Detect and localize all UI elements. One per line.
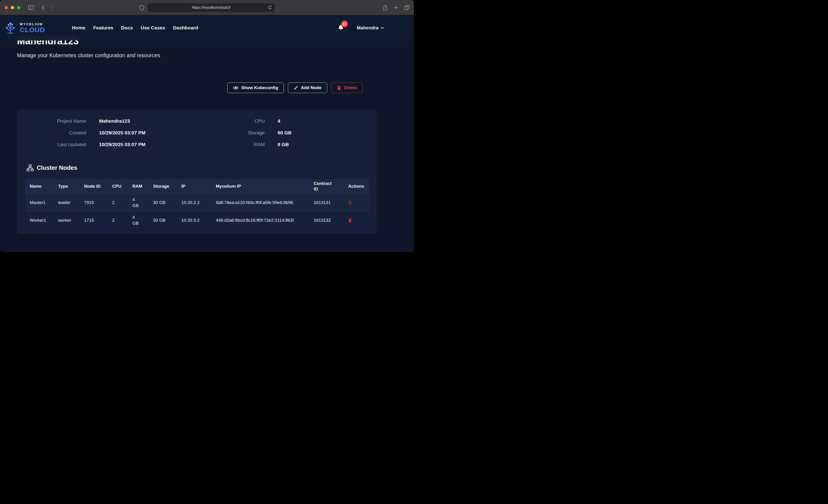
nav-link-use-cases[interactable]: Use Cases (141, 25, 165, 31)
detail-label: Storage (197, 130, 265, 136)
privacy-shield-icon[interactable] (139, 5, 144, 10)
cell-name: Master1 (25, 194, 53, 212)
nav-link-home[interactable]: Home (72, 25, 85, 31)
delete-label: Delete (344, 85, 357, 90)
close-window-button[interactable] (5, 6, 8, 9)
cluster-details: Project Name Mahendra123 Created 10/29/2… (17, 110, 376, 153)
detail-row-ram: RAM 8 GB (197, 141, 376, 148)
cell-cpu: 2 (108, 194, 128, 212)
detail-value: 8 GB (278, 141, 289, 148)
detail-label: RAM (197, 141, 265, 148)
site-navbar: MYCELIUM CLOUD Home Features Docs Use Ca… (0, 15, 414, 40)
trash-icon (348, 201, 352, 205)
cell-type: worker (53, 212, 80, 229)
notifications-button[interactable]: 11 (338, 24, 344, 31)
column-header-actions: Actions (343, 179, 369, 194)
detail-value: 10/29/2025 03:07 PM (99, 130, 146, 136)
pencil-icon (294, 86, 298, 90)
nav-link-docs[interactable]: Docs (121, 25, 133, 31)
reload-icon[interactable] (268, 5, 272, 10)
nav-links: Home Features Docs Use Cases Dashboard (72, 25, 198, 31)
sidebar-toggle-icon[interactable] (28, 5, 34, 10)
brand-line1: MYCELIUM (20, 22, 45, 26)
detail-row-created: Created 10/29/2025 03:07 PM (17, 130, 197, 136)
nav-link-dashboard[interactable]: Dashboard (173, 25, 198, 31)
cell-node-id: 7915 (80, 194, 108, 212)
column-header-ram: RAM (128, 179, 149, 194)
brand-logo[interactable]: MYCELIUM CLOUD (4, 21, 45, 35)
cluster-nodes-title: Cluster Nodes (37, 164, 77, 171)
brand-line2: CLOUD (20, 27, 45, 33)
details-left-column: Project Name Mahendra123 Created 10/29/2… (17, 118, 197, 153)
network-nodes-icon (27, 165, 34, 171)
detail-label: Last Updated (17, 141, 86, 148)
tab-overview-icon[interactable] (404, 5, 409, 10)
cell-actions (343, 194, 369, 212)
share-icon[interactable] (383, 5, 388, 10)
browser-window: Mahendra123 Manage your Kubernetes clust… (0, 0, 414, 252)
column-header-mycelium-ip: Mycelium IP (211, 179, 309, 194)
notification-badge: 11 (341, 20, 348, 27)
cell-actions (343, 212, 369, 229)
detail-value: 60 GB (278, 130, 292, 136)
delete-node-button[interactable] (348, 201, 352, 205)
detail-label: CPU (197, 118, 265, 124)
column-header-name: Name (25, 179, 53, 194)
window-controls (5, 6, 20, 9)
cluster-actions-row: Show Kubeconfig Add Node Delete (17, 82, 363, 93)
delete-cluster-button[interactable]: Delete (331, 82, 363, 93)
detail-label: Created (17, 130, 86, 136)
toolbar-right-icons (383, 0, 409, 15)
table-header-row: Name Type Node ID CPU RAM Storage IP Myc… (25, 179, 369, 194)
minimize-window-button[interactable] (11, 6, 14, 9)
cell-storage: 30 GB (149, 212, 177, 229)
address-bar[interactable]: https://myceliumcloud.tf (148, 3, 275, 12)
new-tab-icon[interactable] (394, 5, 398, 10)
column-header-type: Type (53, 179, 80, 194)
browser-toolbar: https://myceliumcloud.tf (0, 0, 414, 15)
cell-ram: 4 GB (128, 194, 149, 212)
column-header-contract-id: Contract ID (309, 179, 343, 194)
back-button[interactable] (42, 5, 44, 10)
detail-row-project-name: Project Name Mahendra123 (17, 118, 197, 124)
details-right-column: CPU 4 Storage 60 GB RAM 8 GB (197, 118, 376, 153)
cell-cpu: 2 (108, 212, 128, 229)
cell-ip: 10.20.3.2 (177, 212, 211, 229)
navbar-right: 11 Mahendra (338, 24, 384, 31)
trash-icon (337, 86, 341, 90)
cell-ip: 10.20.2.2 (177, 194, 211, 212)
cell-contract-id: 1613131 (309, 194, 343, 212)
table-row: Master1 leader 7915 2 4 GB 30 GB 10.20.2… (25, 194, 369, 212)
table-row: Worker1 worker 1715 2 4 GB 30 GB 10.20.3… (25, 212, 369, 229)
show-kubeconfig-button[interactable]: Show Kubeconfig (227, 82, 284, 93)
nodes-table: Name Type Node ID CPU RAM Storage IP Myc… (25, 179, 369, 229)
cluster-nodes-heading: Cluster Nodes (27, 164, 77, 171)
cell-storage: 30 GB (149, 194, 177, 212)
url-text: https://myceliumcloud.tf (192, 5, 230, 10)
cell-ram: 4 GB (128, 212, 149, 229)
address-bar-group: https://myceliumcloud.tf (139, 0, 275, 15)
detail-value: Mahendra123 (99, 118, 130, 124)
column-header-storage: Storage (149, 179, 177, 194)
detail-value: 4 (278, 118, 280, 124)
user-menu[interactable]: Mahendra (357, 25, 384, 31)
column-header-ip: IP (177, 179, 211, 194)
page-content: Mahendra123 Manage your Kubernetes clust… (0, 15, 414, 252)
trash-icon (348, 218, 352, 222)
add-node-button[interactable]: Add Node (288, 82, 327, 93)
cell-node-id: 1715 (80, 212, 108, 229)
cell-mycelium-ip: 446:d2a6:8bcd:8c16:ff0f:72e2:3114:863f (211, 212, 309, 229)
zoom-window-button[interactable] (17, 6, 20, 9)
cell-type: leader (53, 194, 80, 212)
nav-link-features[interactable]: Features (93, 25, 114, 31)
column-header-node-id: Node ID (80, 179, 108, 194)
user-name: Mahendra (357, 25, 378, 31)
detail-row-storage: Storage 60 GB (197, 130, 376, 136)
page-subtitle: Manage your Kubernetes cluster configura… (17, 52, 160, 58)
cell-contract-id: 1613132 (309, 212, 343, 229)
mycelium-logo-icon (4, 21, 17, 35)
eye-icon (233, 86, 239, 90)
forward-button[interactable] (50, 5, 53, 10)
delete-node-button[interactable] (348, 218, 352, 222)
cluster-info-card: Project Name Mahendra123 Created 10/29/2… (17, 110, 376, 234)
